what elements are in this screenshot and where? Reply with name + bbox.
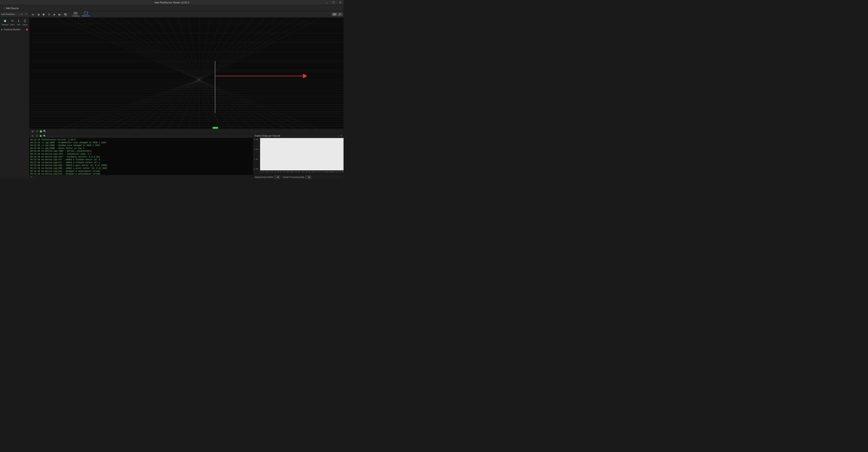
measure-button[interactable]: Measure [81,11,91,17]
log-status-dot [40,135,41,137]
add-source-label: Add Source [6,7,19,9]
sidebar: Intel RealSense T265 ←31 ✕ ⏺ Record ↻ Sy… [0,11,29,179]
log-line: 09:22:30 tm-device.cpp:513 - Skipped a v… [30,173,252,175]
bottom-area: ⊠ ⊟ 🔍 09:22:30 librealsense version: 2.5… [29,134,344,179]
log-settings-button[interactable]: ⊟ [35,134,38,138]
toolbar-separator [69,12,69,17]
tracking-status-indicator [40,130,42,132]
close-button[interactable]: ✕ [337,0,344,5]
stop-button[interactable]: ⏹ [41,12,46,17]
measurement-metric-select[interactable] [274,175,280,179]
titlebar: Intel RealSense Viewer v2.50.0 — ❐ ✕ [0,0,344,5]
zoom-button[interactable]: 🔍 [43,130,46,133]
x-axis-arrow [215,74,307,78]
more-label: More [23,24,28,26]
3d-viewport[interactable] [29,18,344,129]
metrics-header: Frame Drops per Second — ✕ [253,134,344,138]
origin-indicator [213,127,218,129]
step-forward-button[interactable]: ▶| [57,12,62,17]
metrics-title: Frame Drops per Second [255,134,280,137]
more-button[interactable]: ☰ More [23,19,28,26]
restore-button[interactable]: ❐ [330,0,337,5]
step-back-button[interactable]: ◀ [36,12,41,17]
device-id: ←31 [19,13,23,16]
log-prompt: > _ [31,176,34,178]
sync-button[interactable]: ↻ Sync [10,19,15,26]
plus-icon: ＋ [3,6,5,10]
log-line: 09:22:30 rs.cpp:2088 - Window size chang… [30,144,252,147]
minimize-button[interactable]: — [323,0,330,5]
3d-button[interactable]: 3D [337,13,343,16]
log-line: 09:22:30 librealsense version: 2.50.0 [30,139,252,141]
play-button[interactable]: ▶ [52,12,57,17]
log-header: ⊠ ⊟ 🔍 [29,134,253,138]
info-button[interactable]: ℹ Info [17,19,21,26]
skip-back-button[interactable]: ⏮ [30,12,35,17]
log-line: 09:22:30 tm-device.cpp:477 - Added a fis… [30,161,252,164]
log-line: 09:22:30 tm-device.cpp:512 - Skipped a v… [30,170,252,173]
info-icon: ℹ [17,19,21,23]
grid-settings-button[interactable]: ⊞ [31,130,34,133]
record-button[interactable]: ⏺ Record [2,19,8,26]
add-source-button[interactable]: ＋ Add Source [1,6,20,10]
log-panel: ⊠ ⊟ 🔍 09:22:30 librealsense version: 2.5… [29,134,253,179]
tracking-module-item[interactable]: Tracking Module [0,27,29,32]
shading-icon [74,12,78,14]
log-line: 09:22:30 rs.cpp:2080 - Framebuffer size … [30,141,252,144]
metrics-y-axis: 6.00 4.00 2.00 0.00 [253,138,260,170]
y-label-2: 2.00 [254,158,260,160]
metrics-minimize-button[interactable]: — [337,134,339,137]
dimension-toggle: 2D 3D [332,13,343,16]
grid-canvas [29,18,344,129]
log-line: 09:22:30 tm-device.cpp:1977 - Firmware v… [30,156,252,158]
log-line: 09:22:30 tm-device.cpp:477 - Added a fis… [30,158,252,161]
log-line: 09:22:30 tm-device.cpp:509 - Added a acc… [30,167,252,170]
x-axis-arrowhead [303,74,307,78]
app-container: ＋ Add Source Intel RealSense T265 ←31 ✕ … [0,5,344,179]
y-label-0: 0.00 [254,168,260,170]
shading-measure-group: Shading Measure [71,11,91,17]
log-content[interactable]: 09:22:30 librealsense version: 2.50.009:… [29,138,253,175]
metrics-x-axis: 5:41 6.93 5:04 14.48:07 20.4825.9031.35 … [260,170,344,175]
log-line: 09:22:30 rs.cpp:2088 - Scale factor is n… [30,147,252,150]
processing-rate-label: Viewer Processing Rate [283,176,304,178]
x-axis-labels: 5:41 6.93 5:04 14.48:07 20.4825.9031.35 … [260,171,344,173]
app-title: Intel RealSense Viewer v2.50.0 [154,1,189,4]
processing-rate-select[interactable] [305,175,311,179]
metrics-chart-area [260,138,344,170]
log-line: 09:22:30 tm-device.cpp:509 - Added a gyr… [30,164,252,167]
camera-button[interactable]: 📷 [63,12,68,17]
y-label-4: 4.00 [254,148,260,150]
x-axis-line [215,76,303,76]
log-clear-button[interactable]: ⊠ [31,134,34,138]
shading-label: Shading [72,15,79,17]
camera-reset-button[interactable]: ↺ [35,130,39,133]
metrics-footer: Measurement Metric Viewer Processing Rat… [253,175,344,179]
tracking-module-label: Tracking Module [4,28,20,31]
2d-button[interactable]: 2D [332,13,337,16]
shading-button[interactable]: Shading [71,11,80,17]
info-label: Info [17,24,20,26]
pause-button[interactable]: ⏸ [46,12,52,17]
y-axis-line [215,61,215,113]
y-label-6: 6.00 [254,139,260,141]
collapse-icon [1,29,3,31]
main-content: Intel RealSense T265 ←31 ✕ ⏺ Record ↻ Sy… [0,11,344,179]
sidebar-header: Intel RealSense T265 ←31 ✕ [0,11,29,17]
metrics-close-button[interactable]: ✕ [340,134,342,137]
view-toolbar: ⏮ ◀ ⏹ ⏸ ▶ ▶| 📷 Shading Measure [29,11,344,18]
measurement-metric-label: Measurement Metric [255,176,273,178]
log-search-button[interactable]: 🔍 [43,134,46,138]
log-line: 09:22:30 tm-device.cpp:1971 - Connection… [30,153,252,156]
measure-icon [84,12,88,14]
viewport-bottom-controls: ⊞ ↺ 🔍 [29,129,344,134]
sidebar-icons: ⏺ Record ↻ Sync ℹ Info ☰ More [0,17,29,27]
measure-label: Measure [82,15,90,17]
log-footer: > _ [29,175,253,179]
top-toolbar: ＋ Add Source [0,5,344,11]
window-controls: — ❐ ✕ [323,0,344,5]
record-icon: ⏺ [3,19,7,23]
more-icon: ☰ [23,19,27,23]
main-view: ⏮ ◀ ⏹ ⏸ ▶ ▶| 📷 Shading Measure [29,11,344,179]
sidebar-close-button[interactable]: ✕ [25,13,28,16]
